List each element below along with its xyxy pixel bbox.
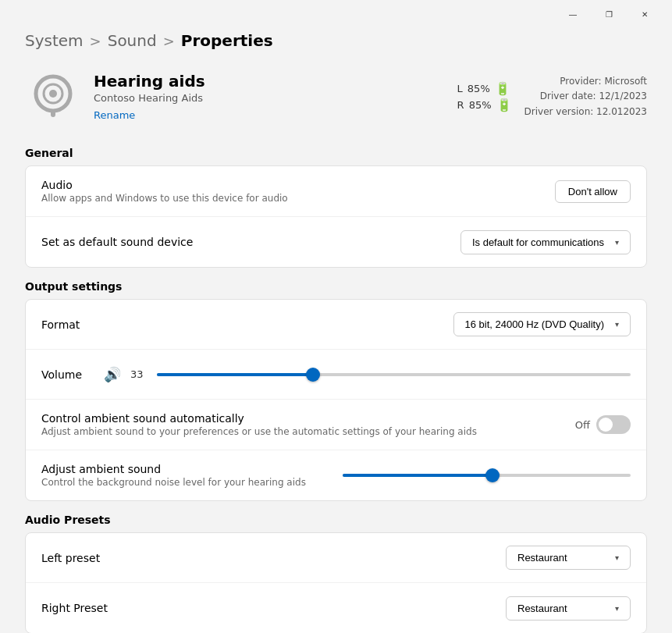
toggle-off-label: Off bbox=[575, 419, 590, 431]
format-row: Format 16 bit, 24000 Hz (DVD Quality) ▾ bbox=[26, 300, 646, 350]
battery-right-label: R bbox=[457, 99, 464, 111]
ambient-adjust-row: Adjust ambient sound Control the backgro… bbox=[26, 450, 646, 500]
audio-label: Audio bbox=[41, 179, 555, 191]
ambient-auto-toggle[interactable] bbox=[596, 415, 631, 434]
left-preset-label-group: Left preset bbox=[41, 552, 506, 564]
volume-fill bbox=[157, 373, 313, 376]
volume-thumb[interactable] bbox=[306, 368, 320, 382]
title-bar: — ❐ ✕ bbox=[0, 0, 672, 28]
ambient-auto-row: Control ambient sound automatically Adju… bbox=[26, 400, 646, 450]
ambient-adjust-label: Adjust ambient sound bbox=[41, 463, 330, 475]
driver-version-label: Driver version: 12.012023 bbox=[524, 105, 647, 119]
output-card: Format 16 bit, 24000 Hz (DVD Quality) ▾ … bbox=[25, 299, 647, 501]
breadcrumb: System > Sound > Properties bbox=[25, 28, 647, 50]
battery-right-pct: 85% bbox=[469, 99, 492, 111]
provider-label: Provider: Microsoft bbox=[524, 74, 647, 89]
chevron-down-icon: ▾ bbox=[615, 553, 619, 562]
close-button[interactable]: ✕ bbox=[627, 3, 663, 25]
main-content: System > Sound > Properties Hearing aids… bbox=[0, 28, 672, 633]
presets-section-title: Audio Presets bbox=[25, 514, 647, 526]
default-device-dropdown[interactable]: Is default for communications ▾ bbox=[460, 230, 631, 254]
right-preset-row: Right Preset Restaurant ▾ bbox=[26, 583, 646, 633]
driver-info: Provider: Microsoft Driver date: 12/1/20… bbox=[524, 74, 647, 119]
audio-row: Audio Allow apps and Windows to use this… bbox=[26, 166, 646, 217]
format-value: 16 bit, 24000 Hz (DVD Quality) bbox=[465, 318, 604, 330]
device-info: Hearing aids Contoso Hearing Aids Rename bbox=[94, 72, 382, 122]
presets-card: Left preset Restaurant ▾ Right Preset Re… bbox=[25, 532, 647, 633]
speaker-icon: 🔊 bbox=[104, 366, 121, 382]
ambient-auto-sublabel: Adjust ambient sound to your preferences… bbox=[41, 426, 575, 437]
driver-date-label: Driver date: 12/1/2023 bbox=[524, 89, 647, 104]
rename-link[interactable]: Rename bbox=[94, 109, 135, 121]
battery-left-icon: 🔋 bbox=[495, 81, 510, 96]
svg-rect-3 bbox=[51, 109, 55, 117]
ambient-auto-label-group: Control ambient sound automatically Adju… bbox=[41, 412, 575, 437]
default-device-row: Set as default sound device Is default f… bbox=[26, 217, 646, 267]
format-dropdown[interactable]: 16 bit, 24000 Hz (DVD Quality) ▾ bbox=[453, 312, 631, 336]
default-device-value: Is default for communications bbox=[472, 236, 604, 248]
left-preset-dropdown[interactable]: Restaurant ▾ bbox=[506, 546, 631, 570]
default-label: Set as default sound device bbox=[41, 236, 460, 248]
volume-control: 🔊 33 bbox=[104, 366, 631, 382]
general-section-title: General bbox=[25, 147, 647, 159]
chevron-down-icon: ▾ bbox=[615, 604, 619, 613]
ambient-adjust-label-group: Adjust ambient sound Control the backgro… bbox=[41, 463, 330, 488]
svg-point-2 bbox=[49, 90, 57, 98]
output-section-title: Output settings bbox=[25, 280, 647, 293]
breadcrumb-current: Properties bbox=[181, 31, 273, 50]
dont-allow-button[interactable]: Don't allow bbox=[555, 180, 631, 203]
right-preset-value: Restaurant bbox=[517, 603, 567, 614]
format-label-group: Format bbox=[41, 318, 453, 331]
ambient-adjust-sublabel: Control the background noise level for y… bbox=[41, 477, 330, 488]
chevron-down-icon: ▾ bbox=[615, 320, 619, 329]
toggle-knob bbox=[599, 418, 613, 432]
battery-left: L 85% 🔋 bbox=[457, 81, 512, 96]
left-preset-value: Restaurant bbox=[517, 552, 567, 564]
volume-value: 33 bbox=[130, 368, 148, 380]
right-preset-dropdown[interactable]: Restaurant ▾ bbox=[506, 596, 631, 621]
left-preset-row: Left preset Restaurant ▾ bbox=[26, 533, 646, 583]
right-preset-label-group: Right Preset bbox=[41, 602, 506, 614]
device-model: Contoso Hearing Aids bbox=[94, 92, 382, 104]
ambient-slider[interactable] bbox=[343, 468, 631, 483]
breadcrumb-sep2: > bbox=[163, 33, 175, 49]
format-label: Format bbox=[41, 318, 453, 331]
volume-label: Volume bbox=[41, 368, 104, 381]
default-label-group: Set as default sound device bbox=[41, 236, 460, 248]
battery-right-icon: 🔋 bbox=[496, 98, 512, 112]
battery-right: R 85% 🔋 bbox=[457, 98, 512, 112]
maximize-button[interactable]: ❐ bbox=[591, 3, 627, 25]
breadcrumb-sep1: > bbox=[90, 33, 101, 49]
battery-left-label: L bbox=[457, 83, 463, 94]
battery-info: L 85% 🔋 R 85% 🔋 bbox=[457, 81, 512, 112]
audio-sublabel: Allow apps and Windows to use this devic… bbox=[41, 193, 555, 204]
general-card: Audio Allow apps and Windows to use this… bbox=[25, 165, 647, 268]
breadcrumb-system[interactable]: System bbox=[25, 31, 84, 50]
left-preset-label: Left preset bbox=[41, 552, 506, 564]
device-header: Hearing aids Contoso Hearing Aids Rename… bbox=[25, 69, 647, 125]
chevron-down-icon: ▾ bbox=[615, 238, 619, 247]
ambient-auto-label: Control ambient sound automatically bbox=[41, 412, 575, 425]
ambient-thumb[interactable] bbox=[485, 468, 500, 482]
window-controls: — ❐ ✕ bbox=[555, 3, 663, 25]
breadcrumb-sound[interactable]: Sound bbox=[108, 31, 157, 50]
volume-slider[interactable] bbox=[157, 367, 631, 382]
minimize-button[interactable]: — bbox=[555, 3, 591, 25]
battery-left-pct: 85% bbox=[468, 83, 490, 94]
device-name: Hearing aids bbox=[94, 72, 382, 91]
volume-track bbox=[157, 373, 631, 376]
ambient-fill bbox=[343, 474, 492, 477]
right-preset-label: Right Preset bbox=[41, 602, 506, 614]
volume-row: Volume 🔊 33 bbox=[26, 350, 646, 400]
audio-label-group: Audio Allow apps and Windows to use this… bbox=[41, 179, 555, 204]
device-icon bbox=[25, 69, 81, 125]
